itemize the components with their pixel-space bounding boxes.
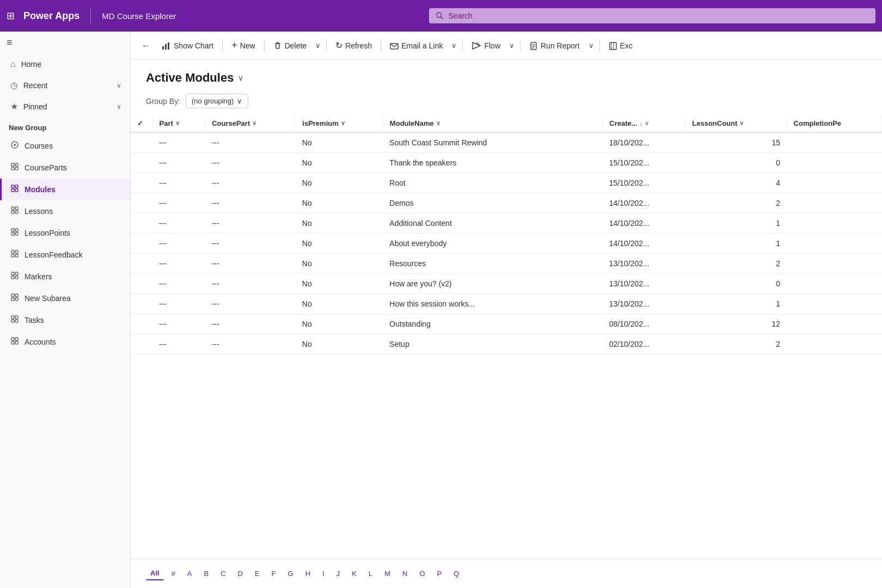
sidebar-item-lessons[interactable]: Lessons [0, 200, 130, 222]
pagination-item[interactable]: A [183, 567, 197, 580]
sidebar-item-courseparts[interactable]: CourseParts [0, 157, 130, 179]
pagination-item[interactable]: E [250, 567, 264, 580]
pagination-item[interactable]: F [267, 567, 280, 580]
col-coursepart[interactable]: CoursePart ∨ [205, 115, 296, 132]
sidebar-item-lessonfeedback[interactable]: LessonFeedback [0, 244, 130, 266]
row-check[interactable] [131, 274, 152, 294]
excel-button[interactable]: Exc [603, 38, 638, 53]
sidebar-item-markers[interactable]: Markers [0, 266, 130, 287]
svg-rect-38 [11, 341, 14, 344]
row-modulename[interactable]: Resources [383, 254, 602, 274]
table-row[interactable]: --- --- No How are you? (v2) 13/10/202..… [131, 274, 882, 294]
pagination-item[interactable]: I [318, 567, 329, 580]
row-modulename[interactable]: Demos [383, 193, 602, 213]
table-row[interactable]: --- --- No Additional Content 14/10/202.… [131, 213, 882, 234]
row-completionpe [787, 213, 881, 234]
col-modulename[interactable]: ModuleName ∨ [383, 115, 602, 132]
pagination-item[interactable]: D [234, 567, 247, 580]
search-bar[interactable] [429, 8, 875, 23]
pagination-item[interactable]: L [364, 567, 377, 580]
run-report-button[interactable]: Run Report [524, 38, 585, 53]
row-check[interactable] [131, 153, 152, 173]
pagination-item[interactable]: G [284, 567, 298, 580]
row-completionpe [787, 234, 881, 254]
row-modulename[interactable]: Root [383, 173, 602, 193]
table-row[interactable]: --- --- No Root 15/10/202... 4 [131, 173, 882, 193]
group-by-select[interactable]: (no grouping) ∨ [186, 94, 248, 108]
email-link-button[interactable]: Email a Link [384, 38, 448, 53]
pagination-item[interactable]: N [398, 567, 412, 580]
col-created[interactable]: Create... ↓ ∨ [603, 115, 685, 132]
pagination-item[interactable]: K [347, 567, 361, 580]
row-lessoncount: 2 [685, 193, 787, 213]
pagination-item[interactable]: C [216, 567, 230, 580]
created-filter-icon[interactable]: ∨ [645, 120, 649, 127]
table-row[interactable]: --- --- No Setup 02/10/202... 2 [131, 334, 882, 354]
pagination-item[interactable]: Q [449, 567, 463, 580]
row-check[interactable] [131, 193, 152, 213]
refresh-button[interactable]: ↻ Refresh [330, 37, 377, 54]
row-check[interactable] [131, 254, 152, 274]
row-check[interactable] [131, 173, 152, 193]
row-modulename[interactable]: South Coast Summit Rewind [383, 132, 602, 153]
delete-chevron[interactable]: ∨ [313, 38, 323, 53]
col-lessoncount[interactable]: LessonCount ∨ [685, 115, 787, 132]
toolbar: ← Show Chart + New [131, 32, 882, 60]
row-modulename[interactable]: How this session works... [383, 294, 602, 314]
pagination-item[interactable]: O [415, 567, 429, 580]
pagination-item[interactable]: H [301, 567, 315, 580]
toolbar-sep-5 [462, 39, 463, 52]
page-title-chevron-icon[interactable]: ∨ [238, 74, 243, 82]
table-row[interactable]: --- --- No South Coast Summit Rewind 18/… [131, 132, 882, 153]
pagination-item[interactable]: All [146, 567, 164, 580]
pagination-item[interactable]: J [332, 567, 345, 580]
new-button[interactable]: + New [226, 36, 261, 54]
row-modulename[interactable]: Thank the speakers [383, 153, 602, 173]
pagination-item[interactable]: # [167, 567, 180, 580]
sidebar-item-tasks[interactable]: Tasks [0, 309, 130, 331]
col-completionpe[interactable]: CompletionPe [787, 115, 881, 132]
row-check[interactable] [131, 294, 152, 314]
table-row[interactable]: --- --- No Outstanding 08/10/202... 12 [131, 314, 882, 334]
pagination-item[interactable]: M [380, 567, 395, 580]
show-chart-button[interactable]: Show Chart [156, 38, 219, 54]
row-modulename[interactable]: About everybody [383, 234, 602, 254]
svg-rect-14 [11, 211, 14, 213]
row-check[interactable] [131, 234, 152, 254]
flow-chevron[interactable]: ∨ [507, 38, 517, 53]
row-modulename[interactable]: How are you? (v2) [383, 274, 602, 294]
flow-button[interactable]: Flow [466, 38, 506, 54]
sidebar-item-pinned[interactable]: ★ Pinned ∨ [0, 96, 130, 117]
row-check[interactable] [131, 132, 152, 153]
table-row[interactable]: --- --- No Thank the speakers 15/10/202.… [131, 153, 882, 173]
email-chevron[interactable]: ∨ [449, 38, 459, 53]
sidebar-item-newsubarea[interactable]: New Subarea [0, 287, 130, 309]
run-report-chevron[interactable]: ∨ [586, 38, 596, 53]
sidebar-item-recent[interactable]: ◷ Recent ∨ [0, 75, 130, 96]
col-part[interactable]: Part ∨ [152, 115, 205, 132]
row-modulename[interactable]: Setup [383, 334, 602, 354]
row-modulename[interactable]: Outstanding [383, 314, 602, 334]
pagination-item[interactable]: B [200, 567, 213, 580]
table-row[interactable]: --- --- No Resources 13/10/202... 2 [131, 254, 882, 274]
sidebar-toggle[interactable]: ≡ [0, 32, 130, 54]
sidebar-item-home[interactable]: ⌂ Home [0, 54, 130, 75]
pagination-item[interactable]: P [433, 567, 446, 580]
sidebar-item-lessonpoints[interactable]: LessonPoints [0, 222, 130, 244]
row-check[interactable] [131, 213, 152, 234]
delete-button[interactable]: Delete [268, 38, 312, 53]
row-check[interactable] [131, 314, 152, 334]
table-row[interactable]: --- --- No How this session works... 13/… [131, 294, 882, 314]
sidebar-item-courses[interactable]: Courses [0, 135, 130, 157]
search-input[interactable] [449, 11, 869, 20]
modules-icon [10, 184, 19, 195]
sidebar-item-accounts[interactable]: Accounts [0, 331, 130, 353]
row-modulename[interactable]: Additional Content [383, 213, 602, 234]
table-row[interactable]: --- --- No Demos 14/10/202... 2 [131, 193, 882, 213]
row-check[interactable] [131, 334, 152, 354]
sidebar-item-modules[interactable]: Modules [0, 179, 130, 200]
hamburger-icon: ≡ [7, 37, 13, 48]
table-row[interactable]: --- --- No About everybody 14/10/202... … [131, 234, 882, 254]
back-button[interactable]: ← [137, 38, 155, 54]
col-ispremium[interactable]: isPremium ∨ [296, 115, 383, 132]
